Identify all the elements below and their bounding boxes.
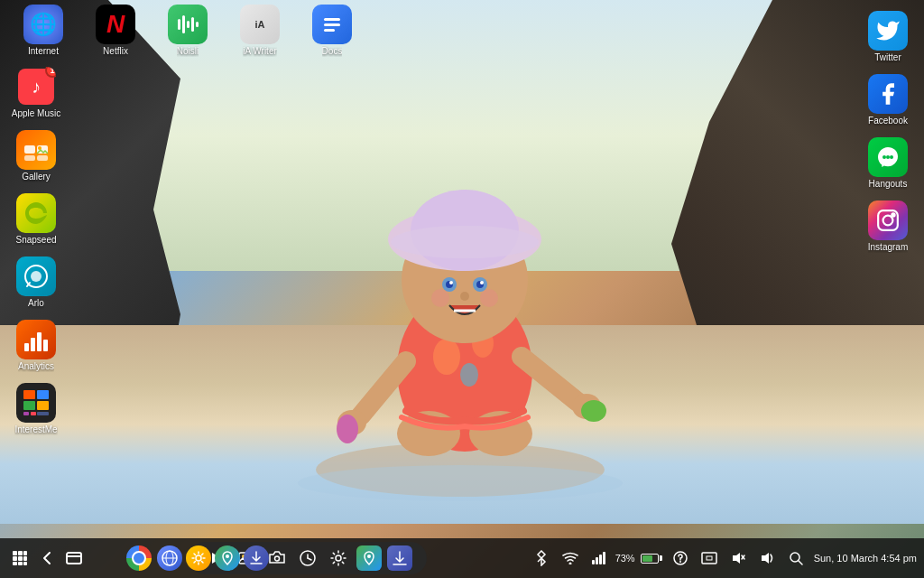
right-sidebar: Twitter Facebook Hangouts (852, 0, 924, 256)
svg-rect-66 (67, 553, 81, 564)
analytics-svg (22, 325, 51, 354)
apps-grid-button[interactable] (7, 545, 32, 571)
snapseed-icon (16, 193, 56, 233)
svg-point-81 (679, 561, 681, 563)
svg-point-76 (367, 555, 371, 558)
maps-button[interactable] (356, 545, 382, 571)
apple-music-label: Apple Music (12, 108, 60, 119)
screenshot-icon (701, 551, 717, 565)
app-gallery[interactable]: Gallery (4, 126, 69, 186)
hangouts-label: Hangouts (869, 179, 908, 190)
signal-bar-3 (599, 555, 602, 564)
svg-rect-33 (24, 145, 35, 154)
svg-rect-47 (37, 401, 49, 410)
back-button[interactable] (34, 545, 60, 571)
clock-icon (300, 550, 316, 566)
datetime-display: Sun, 10 March 4:54 pm (814, 553, 917, 564)
battery-body-icon (641, 554, 659, 564)
svg-point-55 (883, 216, 893, 226)
svg-rect-40 (24, 343, 29, 351)
app-netflix[interactable]: N Netflix (83, 1, 148, 61)
window-button[interactable] (61, 545, 87, 571)
svg-rect-65 (23, 562, 27, 565)
svg-rect-36 (37, 155, 48, 161)
settings2-button[interactable] (186, 545, 211, 571)
downloads-icon (392, 550, 408, 566)
app-docs[interactable]: Docs (300, 1, 365, 61)
chrome-icon (126, 545, 152, 571)
svg-rect-82 (702, 553, 716, 564)
svg-point-92 (226, 555, 229, 558)
volume-button[interactable] (725, 545, 751, 571)
svg-point-23 (480, 281, 484, 284)
battery-fill-icon (642, 555, 653, 562)
clock-button[interactable] (295, 545, 320, 571)
download2-button[interactable] (244, 545, 269, 571)
svg-rect-57 (13, 551, 17, 555)
internet-icon: 🌐 (23, 5, 63, 44)
svg-rect-49 (31, 412, 36, 415)
signal-bar-4 (603, 552, 605, 564)
settings-button[interactable] (326, 545, 351, 571)
app-snapseed[interactable]: Snapseed (4, 190, 69, 249)
svg-line-87 (799, 561, 802, 564)
svg-point-3 (433, 339, 460, 375)
app-instagram[interactable]: Instagram (855, 197, 920, 256)
svg-rect-45 (37, 390, 49, 399)
app-apple-music[interactable]: 1 Apple Music (4, 63, 69, 123)
search-icon (789, 551, 803, 565)
app-analytics[interactable]: Analytics (4, 316, 69, 376)
app-facebook[interactable]: Facebook (855, 70, 920, 130)
facebook-icon (868, 74, 908, 114)
svg-point-53 (890, 155, 893, 159)
instagram-label: Instagram (868, 242, 908, 253)
app-interestme[interactable]: InterestMe (4, 379, 69, 439)
svg-rect-41 (31, 338, 35, 351)
battery-button[interactable] (639, 545, 664, 571)
bluetooth-button[interactable] (529, 545, 554, 571)
app-noisli[interactable]: Noisli (155, 1, 220, 61)
hangouts-icon (868, 137, 908, 177)
browser2-button[interactable] (157, 545, 182, 571)
signal-bar-2 (596, 557, 598, 564)
svg-rect-30 (187, 21, 189, 28)
facebook-f-svg (875, 81, 901, 107)
chrome-taskbar[interactable] (126, 545, 152, 571)
signal-bars-icon (592, 552, 605, 564)
twitter-bird-svg (875, 18, 901, 43)
svg-line-74 (308, 558, 311, 560)
svg-rect-48 (23, 412, 29, 415)
svg-point-22 (449, 281, 453, 284)
app-twitter[interactable]: Twitter (855, 7, 920, 67)
maps2-button[interactable] (215, 545, 240, 571)
svg-rect-32 (196, 22, 199, 27)
svg-point-71 (274, 556, 279, 561)
volume-level-button[interactable] (754, 545, 780, 571)
noisli-label: Noisli (177, 46, 199, 57)
app-arlo[interactable]: Arlo (4, 253, 69, 312)
taskbar-left (7, 545, 87, 571)
app-iawriter[interactable]: iA iA Writer (227, 1, 292, 61)
app-internet[interactable]: 🌐 Internet (11, 1, 76, 61)
volume-icon (730, 551, 746, 565)
wifi-button[interactable] (558, 545, 583, 571)
svg-point-1 (298, 465, 623, 501)
docs-label: Docs (322, 46, 343, 57)
download2-icon (250, 551, 263, 565)
svg-point-56 (892, 213, 894, 216)
battery-tip-icon (660, 555, 662, 561)
arlo-svg (23, 263, 50, 290)
noisli-wave-svg (175, 12, 200, 37)
help-button[interactable] (668, 545, 693, 571)
svg-point-5 (460, 363, 478, 387)
signal-button[interactable] (587, 545, 612, 571)
search-button[interactable] (783, 545, 808, 571)
instagram-svg (876, 209, 900, 232)
svg-point-25 (431, 289, 449, 307)
netflix-icon: N (96, 5, 135, 44)
screenshot-button[interactable] (697, 545, 722, 571)
iawriter-icon: iA (240, 5, 280, 44)
app-hangouts[interactable]: Hangouts (855, 134, 920, 193)
gear2-icon (191, 551, 206, 565)
downloads-button[interactable] (387, 545, 412, 571)
